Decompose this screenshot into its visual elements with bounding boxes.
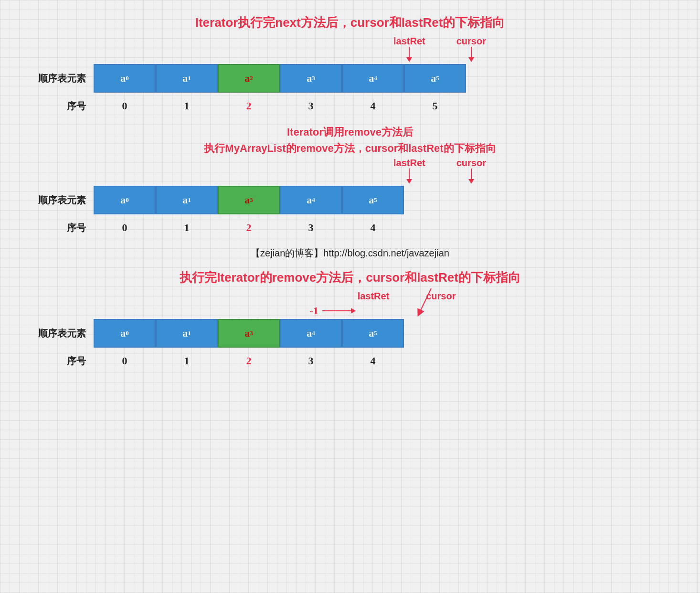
idx-1-5: 5	[404, 96, 466, 116]
diagonal-arrow	[417, 288, 455, 317]
section2-array-row: 顺序表元素 a0 a1 a3 a4 a5	[38, 186, 662, 214]
idx-3-1: 1	[156, 351, 218, 371]
cell-1-5: a5	[404, 64, 466, 93]
section2: Iterator调用remove方法后 执行MyArrayList的remove…	[38, 125, 662, 260]
section3-indices: 0 1 2 3 4	[94, 351, 404, 371]
lastret-pointer-1: lastRet	[393, 36, 425, 62]
section3-index-row: 序号 0 1 2 3 4	[38, 351, 662, 371]
section3-cells: a0 a1 a3 a4 a5	[94, 319, 404, 348]
cell-1-4: a4	[342, 64, 404, 93]
cursor-pointer-2: cursor	[456, 158, 486, 184]
section1-indices: 0 1 2 3 4 5	[94, 96, 466, 116]
idx-2-2: 2	[218, 218, 280, 237]
cursor-pointer-3: cursor	[422, 291, 460, 317]
idx-2-0: 0	[94, 218, 156, 237]
section1-title: Iterator执行完next方法后，cursor和lastRet的下标指向	[38, 14, 662, 31]
cell-3-0: a0	[94, 319, 156, 348]
minus-one-arrow	[322, 308, 356, 314]
cell-2-0: a0	[94, 186, 156, 214]
section2-index-row: 序号 0 1 2 3 4	[38, 218, 662, 237]
cell-1-0: a0	[94, 64, 156, 93]
cell-3-4: a5	[342, 319, 404, 348]
cell-1-3: a3	[280, 64, 342, 93]
idx-2-3: 3	[280, 218, 342, 237]
section2-indices: 0 1 2 3 4	[94, 218, 404, 237]
idx-2-4: 4	[342, 218, 404, 237]
cell-3-2: a3	[218, 319, 280, 348]
idx-1-2: 2	[218, 96, 280, 116]
idx-3-3: 3	[280, 351, 342, 371]
section1: Iterator执行完next方法后，cursor和lastRet的下标指向 l…	[38, 14, 662, 116]
cell-2-1: a1	[156, 186, 218, 214]
svg-line-0	[419, 288, 431, 313]
cell-2-3: a4	[280, 186, 342, 214]
section2-cells: a0 a1 a3 a4 a5	[94, 186, 404, 214]
section2-title1: Iterator调用remove方法后	[38, 125, 662, 139]
cell-2-2: a3	[218, 186, 280, 214]
lastret-pointer-2: lastRet	[393, 158, 425, 184]
blog-text: 【zejian的博客】http://blog.csdn.net/javazeji…	[38, 247, 662, 260]
section3: 执行完Iterator的remove方法后，cursor和lastRet的下标指…	[38, 269, 662, 371]
section2-title2: 执行MyArrayList的remove方法，cursor和lastRet的下标…	[38, 141, 662, 156]
idx-2-1: 1	[156, 218, 218, 237]
section1-array-row: 顺序表元素 a0 a1 a2 a3 a4 a5	[38, 64, 662, 93]
idx-1-1: 1	[156, 96, 218, 116]
lastret-pointer-3: lastRet	[358, 291, 390, 317]
idx-1-4: 4	[342, 96, 404, 116]
section3-title: 执行完Iterator的remove方法后，cursor和lastRet的下标指…	[38, 269, 662, 286]
idx-3-4: 4	[342, 351, 404, 371]
cell-3-3: a4	[280, 319, 342, 348]
idx-3-0: 0	[94, 351, 156, 371]
cell-3-1: a1	[156, 319, 218, 348]
idx-3-2: 2	[218, 351, 280, 371]
cursor-pointer-1: cursor	[456, 36, 486, 62]
cell-2-4: a5	[342, 186, 404, 214]
diagram-container: Iterator执行完next方法后，cursor和lastRet的下标指向 l…	[0, 10, 700, 385]
idx-1-0: 0	[94, 96, 156, 116]
cell-1-1: a1	[156, 64, 218, 93]
idx-1-3: 3	[280, 96, 342, 116]
section1-index-row: 序号 0 1 2 3 4 5	[38, 96, 662, 116]
section1-cells: a0 a1 a2 a3 a4 a5	[94, 64, 466, 93]
cell-1-2: a2	[218, 64, 280, 93]
minus-one-label: -1	[309, 305, 318, 317]
section3-array-row: 顺序表元素 a0 a1 a3 a4 a5	[38, 319, 662, 348]
